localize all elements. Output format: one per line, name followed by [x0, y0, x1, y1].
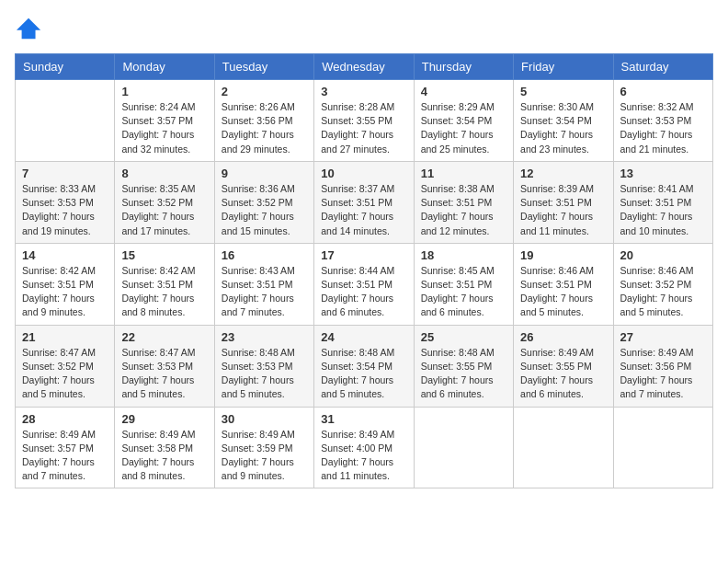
calendar-cell: 25Sunrise: 8:48 AM Sunset: 3:55 PM Dayli… — [414, 325, 513, 407]
calendar-cell — [613, 407, 712, 488]
day-number: 1 — [121, 85, 207, 98]
calendar-cell — [16, 80, 115, 162]
day-number: 20 — [620, 248, 706, 262]
day-info: Sunrise: 8:29 AM Sunset: 3:54 PM Dayligh… — [421, 100, 506, 156]
calendar-cell: 13Sunrise: 8:41 AM Sunset: 3:51 PM Dayli… — [613, 161, 712, 243]
day-info: Sunrise: 8:37 AM Sunset: 3:51 PM Dayligh… — [321, 182, 406, 238]
day-number: 8 — [121, 167, 207, 180]
calendar-cell: 3Sunrise: 8:28 AM Sunset: 3:55 PM Daylig… — [314, 80, 414, 162]
day-info: Sunrise: 8:46 AM Sunset: 3:52 PM Dayligh… — [620, 264, 706, 320]
calendar-header-row: SundayMondayTuesdayWednesdayThursdayFrid… — [16, 54, 713, 80]
calendar-cell: 4Sunrise: 8:29 AM Sunset: 3:54 PM Daylig… — [414, 80, 513, 162]
calendar-cell: 14Sunrise: 8:42 AM Sunset: 3:51 PM Dayli… — [16, 243, 115, 325]
day-number: 24 — [321, 330, 406, 344]
day-info: Sunrise: 8:48 AM Sunset: 3:53 PM Dayligh… — [222, 346, 307, 402]
day-info: Sunrise: 8:28 AM Sunset: 3:55 PM Dayligh… — [321, 100, 406, 156]
page-header — [15, 15, 713, 44]
calendar-cell: 5Sunrise: 8:30 AM Sunset: 3:54 PM Daylig… — [514, 80, 613, 162]
day-info: Sunrise: 8:42 AM Sunset: 3:51 PM Dayligh… — [22, 264, 108, 320]
day-number: 17 — [321, 248, 406, 262]
calendar-week-row: 1Sunrise: 8:24 AM Sunset: 3:57 PM Daylig… — [16, 80, 713, 162]
day-info: Sunrise: 8:49 AM Sunset: 3:58 PM Dayligh… — [121, 428, 207, 484]
calendar-cell — [414, 407, 513, 488]
calendar-cell: 15Sunrise: 8:42 AM Sunset: 3:51 PM Dayli… — [115, 243, 214, 325]
day-number: 14 — [22, 248, 108, 262]
calendar-cell: 28Sunrise: 8:49 AM Sunset: 3:57 PM Dayli… — [16, 407, 115, 488]
calendar-cell: 17Sunrise: 8:44 AM Sunset: 3:51 PM Dayli… — [314, 243, 414, 325]
day-info: Sunrise: 8:30 AM Sunset: 3:54 PM Dayligh… — [520, 100, 606, 156]
calendar-cell: 8Sunrise: 8:35 AM Sunset: 3:52 PM Daylig… — [115, 161, 214, 243]
calendar-week-row: 14Sunrise: 8:42 AM Sunset: 3:51 PM Dayli… — [16, 243, 713, 325]
calendar-cell: 22Sunrise: 8:47 AM Sunset: 3:53 PM Dayli… — [115, 325, 214, 407]
day-number: 23 — [222, 330, 307, 344]
day-info: Sunrise: 8:49 AM Sunset: 3:57 PM Dayligh… — [22, 428, 108, 484]
day-number: 3 — [321, 85, 406, 98]
day-number: 30 — [222, 412, 307, 426]
day-info: Sunrise: 8:49 AM Sunset: 4:00 PM Dayligh… — [321, 428, 406, 484]
calendar-cell: 29Sunrise: 8:49 AM Sunset: 3:58 PM Dayli… — [115, 407, 214, 488]
day-info: Sunrise: 8:42 AM Sunset: 3:51 PM Dayligh… — [121, 264, 207, 320]
day-number: 19 — [520, 248, 606, 262]
header-monday: Monday — [115, 54, 214, 80]
day-info: Sunrise: 8:32 AM Sunset: 3:53 PM Dayligh… — [620, 100, 706, 156]
day-info: Sunrise: 8:36 AM Sunset: 3:52 PM Dayligh… — [222, 182, 307, 238]
day-info: Sunrise: 8:47 AM Sunset: 3:53 PM Dayligh… — [121, 346, 207, 402]
header-wednesday: Wednesday — [314, 54, 414, 80]
day-number: 12 — [520, 167, 606, 180]
calendar-cell: 31Sunrise: 8:49 AM Sunset: 4:00 PM Dayli… — [314, 407, 414, 488]
calendar-cell: 24Sunrise: 8:48 AM Sunset: 3:54 PM Dayli… — [314, 325, 414, 407]
day-number: 18 — [421, 248, 506, 262]
calendar-cell: 18Sunrise: 8:45 AM Sunset: 3:51 PM Dayli… — [414, 243, 513, 325]
calendar-cell: 9Sunrise: 8:36 AM Sunset: 3:52 PM Daylig… — [214, 161, 313, 243]
header-sunday: Sunday — [16, 54, 115, 80]
calendar-cell: 11Sunrise: 8:38 AM Sunset: 3:51 PM Dayli… — [414, 161, 513, 243]
day-info: Sunrise: 8:48 AM Sunset: 3:54 PM Dayligh… — [321, 346, 406, 402]
day-number: 28 — [22, 412, 108, 426]
day-info: Sunrise: 8:33 AM Sunset: 3:53 PM Dayligh… — [22, 182, 108, 238]
day-number: 15 — [121, 248, 207, 262]
day-number: 29 — [121, 412, 207, 426]
day-number: 27 — [620, 330, 706, 344]
calendar-week-row: 21Sunrise: 8:47 AM Sunset: 3:52 PM Dayli… — [16, 325, 713, 407]
header-friday: Friday — [514, 54, 613, 80]
header-saturday: Saturday — [613, 54, 712, 80]
calendar-week-row: 7Sunrise: 8:33 AM Sunset: 3:53 PM Daylig… — [16, 161, 713, 243]
calendar-cell: 12Sunrise: 8:39 AM Sunset: 3:51 PM Dayli… — [514, 161, 613, 243]
day-number: 10 — [321, 167, 406, 180]
calendar-cell: 10Sunrise: 8:37 AM Sunset: 3:51 PM Dayli… — [314, 161, 414, 243]
day-info: Sunrise: 8:46 AM Sunset: 3:51 PM Dayligh… — [520, 264, 606, 320]
day-number: 4 — [421, 85, 506, 98]
calendar-cell: 1Sunrise: 8:24 AM Sunset: 3:57 PM Daylig… — [115, 80, 214, 162]
day-info: Sunrise: 8:24 AM Sunset: 3:57 PM Dayligh… — [121, 100, 207, 156]
day-info: Sunrise: 8:41 AM Sunset: 3:51 PM Dayligh… — [620, 182, 706, 238]
day-info: Sunrise: 8:35 AM Sunset: 3:52 PM Dayligh… — [121, 182, 207, 238]
day-info: Sunrise: 8:48 AM Sunset: 3:55 PM Dayligh… — [421, 346, 506, 402]
day-info: Sunrise: 8:39 AM Sunset: 3:51 PM Dayligh… — [520, 182, 606, 238]
day-number: 13 — [620, 167, 706, 180]
calendar-cell: 23Sunrise: 8:48 AM Sunset: 3:53 PM Dayli… — [214, 325, 313, 407]
day-number: 22 — [121, 330, 207, 344]
day-info: Sunrise: 8:45 AM Sunset: 3:51 PM Dayligh… — [421, 264, 506, 320]
day-number: 7 — [22, 167, 108, 180]
calendar-cell: 19Sunrise: 8:46 AM Sunset: 3:51 PM Dayli… — [514, 243, 613, 325]
svg-marker-0 — [17, 18, 40, 39]
calendar-cell: 27Sunrise: 8:49 AM Sunset: 3:56 PM Dayli… — [613, 325, 712, 407]
calendar-cell: 2Sunrise: 8:26 AM Sunset: 3:56 PM Daylig… — [214, 80, 313, 162]
day-number: 2 — [222, 85, 307, 98]
day-info: Sunrise: 8:38 AM Sunset: 3:51 PM Dayligh… — [421, 182, 506, 238]
calendar-cell: 6Sunrise: 8:32 AM Sunset: 3:53 PM Daylig… — [613, 80, 712, 162]
calendar-cell — [514, 407, 613, 488]
day-info: Sunrise: 8:43 AM Sunset: 3:51 PM Dayligh… — [222, 264, 307, 320]
day-number: 25 — [421, 330, 506, 344]
day-info: Sunrise: 8:49 AM Sunset: 3:55 PM Dayligh… — [520, 346, 606, 402]
calendar-cell: 30Sunrise: 8:49 AM Sunset: 3:59 PM Dayli… — [214, 407, 313, 488]
day-number: 16 — [222, 248, 307, 262]
day-number: 9 — [222, 167, 307, 180]
calendar-cell: 7Sunrise: 8:33 AM Sunset: 3:53 PM Daylig… — [16, 161, 115, 243]
calendar-cell: 16Sunrise: 8:43 AM Sunset: 3:51 PM Dayli… — [214, 243, 313, 325]
day-info: Sunrise: 8:26 AM Sunset: 3:56 PM Dayligh… — [222, 100, 307, 156]
calendar-week-row: 28Sunrise: 8:49 AM Sunset: 3:57 PM Dayli… — [16, 407, 713, 488]
day-info: Sunrise: 8:44 AM Sunset: 3:51 PM Dayligh… — [321, 264, 406, 320]
day-number: 31 — [321, 412, 406, 426]
logo — [15, 15, 46, 44]
